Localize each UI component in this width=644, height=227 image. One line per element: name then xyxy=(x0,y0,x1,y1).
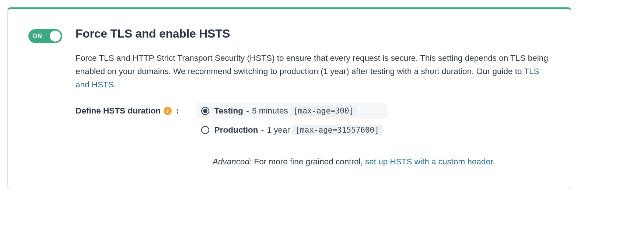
option-production-detail: 1 year xyxy=(267,125,290,135)
option-testing-text: Testing - 5 minutes [max-age=300] xyxy=(214,106,357,116)
option-testing-code: [max-age=300] xyxy=(290,106,357,116)
advanced-label: Advanced: xyxy=(213,157,252,166)
radio-production[interactable] xyxy=(201,126,209,134)
info-icon[interactable]: i xyxy=(164,107,172,115)
hsts-duration-section: Define HSTS duration i : Testing - 5 min… xyxy=(76,103,549,138)
card-content: Force TLS and enable HSTS Force TLS and … xyxy=(76,27,549,167)
toggle-on-label: ON xyxy=(33,33,42,39)
option-testing[interactable]: Testing - 5 minutes [max-age=300] xyxy=(196,103,387,119)
advanced-text-post: . xyxy=(493,157,495,166)
description-text: Force TLS and HTTP Strict Transport Secu… xyxy=(76,53,548,76)
duration-label-group: Define HSTS duration i : xyxy=(76,103,179,116)
option-sep2: - xyxy=(259,125,266,135)
duration-label-text: Define HSTS duration xyxy=(76,106,161,116)
option-production-text: Production - 1 year [max-age=31557600] xyxy=(214,125,382,135)
duration-label-colon: : xyxy=(176,106,179,116)
force-tls-toggle[interactable]: ON xyxy=(28,29,62,43)
toggle-column: ON xyxy=(28,27,62,167)
card-title: Force TLS and enable HSTS xyxy=(76,27,549,41)
advanced-text-pre: For more fine grained control, xyxy=(252,157,365,166)
option-testing-detail: 5 minutes xyxy=(252,106,288,115)
option-production-code: [max-age=31557600] xyxy=(292,125,382,135)
settings-card: ON Force TLS and enable HSTS Force TLS a… xyxy=(7,7,571,189)
option-production-name: Production xyxy=(214,125,258,135)
radio-testing[interactable] xyxy=(201,107,209,115)
duration-options: Testing - 5 minutes [max-age=300] Produc… xyxy=(196,103,387,138)
option-testing-name: Testing xyxy=(214,106,243,115)
advanced-note: Advanced: For more fine grained control,… xyxy=(76,157,549,167)
custom-header-link[interactable]: set up HSTS with a custom header xyxy=(365,157,493,166)
card-description: Force TLS and HTTP Strict Transport Secu… xyxy=(76,52,549,91)
description-post: . xyxy=(114,80,116,89)
toggle-knob xyxy=(50,31,61,42)
option-production[interactable]: Production - 1 year [max-age=31557600] xyxy=(196,122,387,138)
option-sep: - xyxy=(244,106,251,115)
